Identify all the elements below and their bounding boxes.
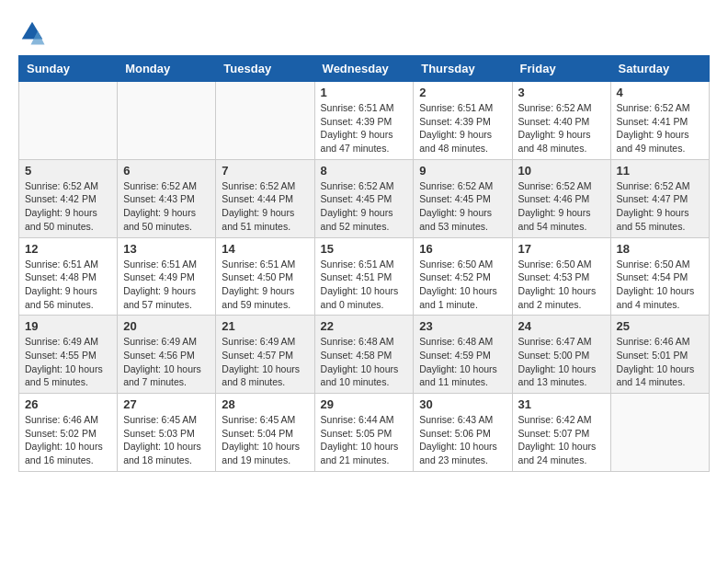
calendar-day: 14Sunrise: 6:51 AM Sunset: 4:50 PM Dayli… <box>216 237 314 316</box>
day-info: Sunrise: 6:45 AM Sunset: 5:03 PM Dayligh… <box>123 413 210 467</box>
calendar-day: 11Sunrise: 6:52 AM Sunset: 4:47 PM Dayli… <box>610 159 709 237</box>
calendar-day: 19Sunrise: 6:49 AM Sunset: 4:55 PM Dayli… <box>19 316 118 394</box>
day-info: Sunrise: 6:46 AM Sunset: 5:02 PM Dayligh… <box>25 413 111 467</box>
calendar-day: 22Sunrise: 6:48 AM Sunset: 4:58 PM Dayli… <box>314 316 414 394</box>
day-info: Sunrise: 6:52 AM Sunset: 4:46 PM Dayligh… <box>518 179 605 234</box>
calendar-day: 16Sunrise: 6:50 AM Sunset: 4:52 PM Dayli… <box>414 237 512 316</box>
day-number: 10 <box>518 164 605 178</box>
day-info: Sunrise: 6:42 AM Sunset: 5:07 PM Dayligh… <box>518 413 605 467</box>
day-number: 28 <box>222 397 308 411</box>
calendar-day: 23Sunrise: 6:48 AM Sunset: 4:59 PM Dayli… <box>414 316 512 394</box>
day-info: Sunrise: 6:52 AM Sunset: 4:41 PM Dayligh… <box>617 101 703 155</box>
day-number: 1 <box>321 86 408 99</box>
day-number: 9 <box>419 164 506 178</box>
weekday-header-monday: Monday <box>118 56 216 82</box>
calendar-day: 25Sunrise: 6:46 AM Sunset: 5:01 PM Dayli… <box>610 316 709 394</box>
day-number: 8 <box>321 164 408 178</box>
day-number: 21 <box>222 319 308 333</box>
day-number: 25 <box>617 319 703 333</box>
day-info: Sunrise: 6:48 AM Sunset: 4:58 PM Dayligh… <box>321 335 408 389</box>
calendar-day: 10Sunrise: 6:52 AM Sunset: 4:46 PM Dayli… <box>512 159 610 237</box>
day-number: 14 <box>222 242 308 256</box>
calendar-day: 30Sunrise: 6:43 AM Sunset: 5:06 PM Dayli… <box>414 394 512 472</box>
calendar-day: 29Sunrise: 6:44 AM Sunset: 5:05 PM Dayli… <box>314 394 414 472</box>
calendar-week-3: 19Sunrise: 6:49 AM Sunset: 4:55 PM Dayli… <box>19 316 710 394</box>
day-info: Sunrise: 6:51 AM Sunset: 4:39 PM Dayligh… <box>321 101 408 155</box>
day-info: Sunrise: 6:50 AM Sunset: 4:53 PM Dayligh… <box>518 258 605 312</box>
day-info: Sunrise: 6:49 AM Sunset: 4:57 PM Dayligh… <box>222 335 308 389</box>
weekday-header-sunday: Sunday <box>19 56 118 82</box>
calendar-day: 2Sunrise: 6:51 AM Sunset: 4:39 PM Daylig… <box>414 82 512 160</box>
day-info: Sunrise: 6:52 AM Sunset: 4:45 PM Dayligh… <box>419 179 506 234</box>
day-number: 16 <box>419 242 506 256</box>
calendar-day: 4Sunrise: 6:52 AM Sunset: 4:41 PM Daylig… <box>610 82 709 160</box>
day-number: 12 <box>25 242 111 256</box>
calendar-day <box>118 82 216 160</box>
day-number: 11 <box>617 164 703 178</box>
day-info: Sunrise: 6:49 AM Sunset: 4:56 PM Dayligh… <box>123 335 210 389</box>
day-number: 30 <box>419 397 506 411</box>
day-number: 23 <box>419 319 506 333</box>
day-info: Sunrise: 6:52 AM Sunset: 4:40 PM Dayligh… <box>518 101 605 155</box>
day-info: Sunrise: 6:52 AM Sunset: 4:45 PM Dayligh… <box>321 179 408 234</box>
day-info: Sunrise: 6:52 AM Sunset: 4:42 PM Dayligh… <box>25 179 111 234</box>
day-info: Sunrise: 6:52 AM Sunset: 4:43 PM Dayligh… <box>123 179 210 234</box>
calendar-table: SundayMondayTuesdayWednesdayThursdayFrid… <box>18 55 710 472</box>
calendar-day: 26Sunrise: 6:46 AM Sunset: 5:02 PM Dayli… <box>19 394 118 472</box>
calendar-week-2: 12Sunrise: 6:51 AM Sunset: 4:48 PM Dayli… <box>19 237 710 316</box>
day-info: Sunrise: 6:46 AM Sunset: 5:01 PM Dayligh… <box>617 335 703 389</box>
calendar-day <box>610 394 709 472</box>
day-info: Sunrise: 6:45 AM Sunset: 5:04 PM Dayligh… <box>222 413 308 467</box>
calendar-day: 8Sunrise: 6:52 AM Sunset: 4:45 PM Daylig… <box>314 159 414 237</box>
calendar-day: 1Sunrise: 6:51 AM Sunset: 4:39 PM Daylig… <box>314 82 414 160</box>
day-number: 15 <box>321 242 408 256</box>
weekday-header-thursday: Thursday <box>414 56 512 82</box>
calendar-day: 28Sunrise: 6:45 AM Sunset: 5:04 PM Dayli… <box>216 394 314 472</box>
day-number: 17 <box>518 242 605 256</box>
weekday-header-friday: Friday <box>512 56 610 82</box>
calendar-day: 20Sunrise: 6:49 AM Sunset: 4:56 PM Dayli… <box>118 316 216 394</box>
calendar-day: 9Sunrise: 6:52 AM Sunset: 4:45 PM Daylig… <box>414 159 512 237</box>
day-info: Sunrise: 6:50 AM Sunset: 4:54 PM Dayligh… <box>617 258 703 312</box>
day-number: 31 <box>518 397 605 411</box>
day-info: Sunrise: 6:44 AM Sunset: 5:05 PM Dayligh… <box>321 413 408 467</box>
day-number: 2 <box>419 86 506 99</box>
calendar-day: 31Sunrise: 6:42 AM Sunset: 5:07 PM Dayli… <box>512 394 610 472</box>
calendar-day: 7Sunrise: 6:52 AM Sunset: 4:44 PM Daylig… <box>216 159 314 237</box>
calendar-day: 17Sunrise: 6:50 AM Sunset: 4:53 PM Dayli… <box>512 237 610 316</box>
day-info: Sunrise: 6:51 AM Sunset: 4:51 PM Dayligh… <box>321 258 408 312</box>
calendar-day: 27Sunrise: 6:45 AM Sunset: 5:03 PM Dayli… <box>118 394 216 472</box>
day-info: Sunrise: 6:51 AM Sunset: 4:39 PM Dayligh… <box>419 101 506 155</box>
day-info: Sunrise: 6:48 AM Sunset: 4:59 PM Dayligh… <box>419 335 506 389</box>
calendar-day: 24Sunrise: 6:47 AM Sunset: 5:00 PM Dayli… <box>512 316 610 394</box>
calendar-day <box>19 82 118 160</box>
calendar-day: 21Sunrise: 6:49 AM Sunset: 4:57 PM Dayli… <box>216 316 314 394</box>
weekday-header-tuesday: Tuesday <box>216 56 314 82</box>
day-number: 26 <box>25 397 111 411</box>
calendar-day: 3Sunrise: 6:52 AM Sunset: 4:40 PM Daylig… <box>512 82 610 160</box>
weekday-header-wednesday: Wednesday <box>314 56 414 82</box>
day-number: 7 <box>222 164 308 178</box>
day-info: Sunrise: 6:51 AM Sunset: 4:49 PM Dayligh… <box>123 258 210 312</box>
page-header <box>18 18 710 46</box>
calendar-day: 12Sunrise: 6:51 AM Sunset: 4:48 PM Dayli… <box>19 237 118 316</box>
day-info: Sunrise: 6:49 AM Sunset: 4:55 PM Dayligh… <box>25 335 111 389</box>
calendar-week-0: 1Sunrise: 6:51 AM Sunset: 4:39 PM Daylig… <box>19 82 710 160</box>
day-number: 29 <box>321 397 408 411</box>
day-number: 24 <box>518 319 605 333</box>
day-info: Sunrise: 6:50 AM Sunset: 4:52 PM Dayligh… <box>419 258 506 312</box>
logo-icon <box>18 18 46 46</box>
day-number: 3 <box>518 86 605 99</box>
day-number: 5 <box>25 164 111 178</box>
day-number: 13 <box>123 242 210 256</box>
day-number: 22 <box>321 319 408 333</box>
day-info: Sunrise: 6:52 AM Sunset: 4:44 PM Dayligh… <box>222 179 308 234</box>
day-info: Sunrise: 6:52 AM Sunset: 4:47 PM Dayligh… <box>617 179 703 234</box>
calendar-day: 13Sunrise: 6:51 AM Sunset: 4:49 PM Dayli… <box>118 237 216 316</box>
calendar-day: 5Sunrise: 6:52 AM Sunset: 4:42 PM Daylig… <box>19 159 118 237</box>
calendar-day: 15Sunrise: 6:51 AM Sunset: 4:51 PM Dayli… <box>314 237 414 316</box>
calendar-day: 6Sunrise: 6:52 AM Sunset: 4:43 PM Daylig… <box>118 159 216 237</box>
day-number: 19 <box>25 319 111 333</box>
day-number: 6 <box>123 164 210 178</box>
logo <box>18 18 48 46</box>
